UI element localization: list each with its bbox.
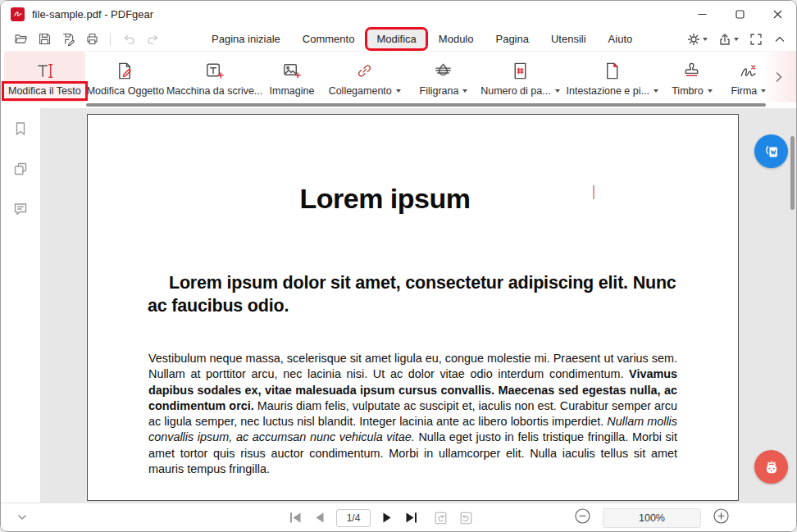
tool-filigrana[interactable]: Filigrana (410, 52, 476, 102)
ribbon-scrollbar-thumb[interactable] (86, 103, 766, 107)
edit-ribbon: Modifica il Testo Modifica Oggetto Macch… (1, 52, 796, 102)
toolbar-separator (110, 33, 111, 46)
tool-intestazione-pie[interactable]: Intestazione e pi... (563, 52, 661, 102)
zoom-controls: 100% (575, 503, 729, 532)
chevron-up-icon (773, 33, 786, 46)
save-icon[interactable] (36, 31, 52, 48)
tool-label: Intestazione e pi... (566, 85, 649, 97)
menu-aiuto[interactable]: Aiuto (599, 30, 642, 48)
page-number-input[interactable] (336, 509, 371, 527)
ai-assistant-button[interactable] (754, 450, 788, 484)
chevron-down-icon (555, 89, 560, 93)
tool-modifica-il-testo[interactable]: Modifica il Testo (4, 52, 85, 102)
convert-to-word-button[interactable] (754, 134, 788, 168)
zoom-out-button[interactable] (575, 508, 590, 527)
edit-object-icon (115, 59, 135, 82)
theme-button[interactable] (687, 33, 708, 46)
edit-text-icon (34, 59, 55, 82)
zoom-in-button[interactable] (713, 508, 729, 527)
robot-icon (762, 457, 781, 477)
print-icon[interactable] (84, 31, 100, 48)
image-icon (281, 59, 302, 82)
main-area: Lorem ipsum Lorem ipsum dolor sit amet, … (1, 108, 796, 502)
previous-page-button[interactable] (312, 512, 326, 524)
open-file-icon[interactable] (12, 31, 29, 48)
close-button[interactable] (758, 1, 796, 27)
next-page-button[interactable] (380, 512, 394, 524)
menu-commento[interactable]: Commento (294, 30, 364, 48)
doc-text-run: Vestibulum neque massa, scelerisque sit … (148, 352, 677, 380)
chevron-down-icon (396, 89, 401, 93)
chevron-down-icon (654, 89, 658, 93)
quick-access-toolbar (12, 31, 161, 48)
tool-collegamento[interactable]: Collegamento (321, 52, 408, 102)
tool-label: Timbro (672, 85, 703, 97)
stamp-icon (681, 59, 702, 82)
link-icon (354, 59, 375, 82)
convert-to-word-icon (762, 142, 781, 161)
tool-label: Modifica Oggetto (87, 85, 165, 97)
fullscreen-icon (749, 33, 763, 46)
menu-pagina[interactable]: Pagina (486, 30, 537, 48)
last-page-button[interactable] (404, 512, 418, 524)
tool-label: Filigrana (420, 85, 459, 97)
window-title: file-sample.pdf - PDFgear (32, 8, 683, 20)
tool-label: Firma (731, 85, 757, 97)
chevron-down-icon (703, 38, 708, 41)
chevron-down-icon (462, 89, 467, 93)
menu-modulo[interactable]: Modulo (430, 30, 483, 48)
menubar: Pagina iniziale Commento Modifica Modulo… (1, 27, 796, 52)
left-sidebar (1, 108, 40, 502)
maximize-button[interactable] (721, 1, 758, 27)
more-tools-button[interactable] (762, 52, 796, 102)
tool-label: Macchina da scrive... (166, 85, 262, 97)
doc-subheading: Lorem ipsum dolor sit amet, consectetur … (148, 271, 679, 317)
header-footer-icon (602, 59, 622, 82)
typewriter-icon (204, 59, 225, 82)
fullscreen-button[interactable] (749, 33, 763, 46)
tool-label: Numero di pa... (480, 85, 550, 97)
chevron-down-icon (708, 89, 713, 93)
doc-paragraph: Vestibulum neque massa, scelerisque sit … (148, 351, 677, 477)
titlebar: file-sample.pdf - PDFgear (1, 1, 796, 27)
sun-icon (687, 33, 700, 46)
undo-icon[interactable] (121, 31, 137, 48)
page-thumbnails-icon[interactable] (12, 161, 29, 180)
previous-view-button[interactable] (433, 511, 449, 525)
pdfgear-logo-icon (11, 7, 25, 21)
redo-icon[interactable] (144, 31, 161, 48)
chevron-down-icon (734, 38, 739, 41)
zoom-level[interactable]: 100% (603, 508, 701, 528)
share-icon (718, 33, 731, 46)
watermark-icon (433, 59, 453, 82)
comments-icon[interactable] (12, 201, 29, 221)
document-viewport[interactable]: Lorem ipsum Lorem ipsum dolor sit amet, … (40, 108, 796, 502)
menu-modifica[interactable]: Modifica (367, 30, 425, 48)
tool-label: Immagine (270, 85, 315, 97)
pdf-page[interactable]: Lorem ipsum Lorem ipsum dolor sit amet, … (87, 114, 739, 501)
bookmark-icon[interactable] (12, 120, 29, 140)
page-navigation (289, 503, 474, 532)
share-button[interactable] (718, 33, 739, 46)
tool-numero-di-pagina[interactable]: Numero di pa... (479, 52, 562, 102)
ribbon-scrollbar[interactable] (1, 102, 796, 108)
next-view-button[interactable] (458, 511, 474, 525)
window-controls (683, 1, 796, 27)
first-page-button[interactable] (289, 512, 303, 524)
chevron-right-icon (774, 71, 784, 83)
minimize-button[interactable] (683, 1, 721, 27)
tool-timbro[interactable]: Timbro (663, 52, 722, 102)
collapse-sidebar-button[interactable] (15, 510, 30, 528)
tool-label: Collegamento (329, 85, 392, 97)
menubar-right-actions (687, 33, 786, 46)
menu-utensili[interactable]: Utensili (542, 30, 595, 48)
vertical-scrollbar-thumb[interactable] (790, 136, 795, 210)
save-as-icon[interactable] (60, 31, 76, 48)
menu-pagina-iniziale[interactable]: Pagina iniziale (203, 30, 289, 48)
pdfgear-window: file-sample.pdf - PDFgear Pagina inizial… (0, 0, 797, 532)
tool-immagine[interactable]: Immagine (265, 52, 319, 102)
tool-macchina-da-scrivere[interactable]: Macchina da scrive... (166, 52, 263, 102)
tool-modifica-oggetto[interactable]: Modifica Oggetto (87, 52, 165, 102)
collapse-ribbon-button[interactable] (773, 33, 786, 46)
tool-label: Modifica il Testo (8, 85, 81, 97)
